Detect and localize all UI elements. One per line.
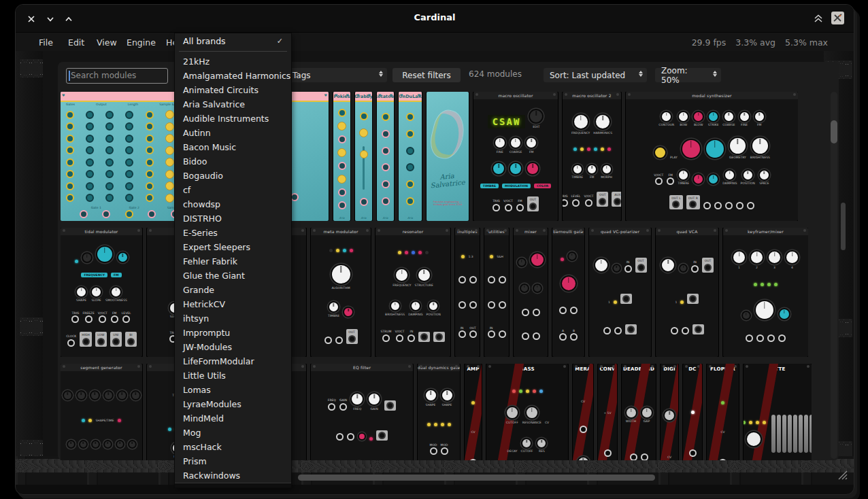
- module-mixer[interactable]: mixer: [514, 228, 548, 357]
- jack: [559, 333, 567, 341]
- control-row: SHAPESLOPESMOOTHNESS: [76, 286, 127, 303]
- knob-label: SLOPE: [91, 298, 101, 302]
- collapse-all-icon[interactable]: [813, 13, 824, 27]
- panel-title-band: ♥Rotatoes♥: [377, 92, 394, 102]
- knob-label: MORPH: [601, 175, 612, 179]
- brand-menu-item-mindmeld[interactable]: MindMeld: [175, 411, 291, 426]
- sort-select[interactable]: Sort: Last updated: [544, 68, 647, 82]
- brand-menu-item-bogaudio[interactable]: Bogaudio: [175, 169, 291, 183]
- knob: [165, 122, 174, 131]
- module-grabby[interactable]: ♥Grabby♥Aria: [355, 92, 372, 221]
- zoom-select[interactable]: Zoom: 50%: [655, 68, 721, 82]
- module-eq-filter[interactable]: EQ filterFREQGAINFREQGAIN: [311, 364, 413, 460]
- module-meta-modulator[interactable]: meta modulatorALGORITHMTIMBREOUT: [311, 228, 371, 357]
- brand-menu-item-lomas[interactable]: Lomas: [175, 383, 291, 397]
- knob: [424, 389, 437, 402]
- browser-scrollbar-thumb[interactable]: [831, 120, 837, 143]
- module-quad-vc-polarizer[interactable]: quad VC-polarizerINOUT1: [589, 228, 651, 357]
- module-modal-synthesizer[interactable]: modal synthesizerCONTOURBOWBLOWSTRIKECOA…: [626, 92, 798, 221]
- knob-group: FINE: [739, 111, 750, 127]
- output-jack-group: [625, 324, 637, 334]
- brand-menu-item-jw-modules[interactable]: JW-Modules: [175, 340, 291, 354]
- brand-menu-item-rackwindows[interactable]: Rackwindows: [175, 468, 291, 483]
- brand-menu-item-prism[interactable]: Prism: [175, 454, 291, 468]
- module-dc[interactable]: DC: [683, 364, 702, 460]
- brand-menu-item-bacon-music[interactable]: Bacon Music: [175, 140, 291, 154]
- module-conv[interactable]: CONV+ 5V: [598, 364, 617, 460]
- reset-filters-button[interactable]: Reset filters: [393, 68, 461, 82]
- horizontal-scrollbar[interactable]: [298, 475, 655, 481]
- brand-menu-item-little-utils[interactable]: Little Utils: [175, 368, 291, 383]
- module-multiples[interactable]: multiples1:3INOUT: [455, 228, 480, 357]
- brand-menu-item-fehler-fabrik[interactable]: Fehler Fabrik: [175, 254, 291, 269]
- brand-menu-item-amalgamated-harmonics[interactable]: Amalgamated Harmonics: [175, 69, 291, 83]
- browser-scrollbar-track[interactable]: [831, 92, 837, 459]
- knob: [146, 182, 154, 190]
- brand-menu-item-ihtsyn[interactable]: ihtsyn: [175, 311, 291, 326]
- module-undular[interactable]: ♥UnDuLaR♥Aria: [399, 92, 422, 221]
- brand-menu-item-expert-sleepers[interactable]: Expert Sleepers: [175, 240, 291, 254]
- brand-menu-item-aria-salvatrice[interactable]: Aria Salvatrice: [175, 97, 291, 111]
- knob-label: RESONANCE: [522, 421, 541, 424]
- brand-menu-item-e-series[interactable]: E-Series: [175, 226, 291, 240]
- tags-select[interactable]: Tags: [286, 68, 387, 82]
- brand-menu-item-bidoo[interactable]: Bidoo: [175, 154, 291, 169]
- module-jette[interactable]: JETTE: [744, 364, 812, 460]
- module-mera[interactable]: MERACV: [573, 364, 593, 460]
- menu-edit[interactable]: Edit: [68, 37, 84, 48]
- brand-menu-item-animated-circuits[interactable]: Animated Circuits: [175, 83, 291, 97]
- module-macro-oscillator[interactable]: macro oscillatorCSAWEDITFINECOARSEFMTIMB…: [473, 92, 558, 221]
- brand-menu-item-hetrickcv[interactable]: HetrickCV: [175, 297, 291, 311]
- led-indicator: [418, 251, 422, 254]
- jack: [529, 203, 537, 210]
- brand-menu-item-21khz[interactable]: 21kHz: [175, 54, 291, 69]
- module-segment-generator[interactable]: segment generatorSHAPE/TIME: [61, 364, 142, 460]
- module-dual-dynamics-gate[interactable]: dual dynamics gateSHAPESHAPEMODMOD: [418, 364, 460, 460]
- jack: [488, 301, 495, 309]
- control-column: [377, 102, 394, 216]
- brand-menu-item-impromptu[interactable]: Impromptu: [175, 326, 291, 340]
- screw: [807, 365, 809, 368]
- module-tidal-modulator[interactable]: tidal modulatorFREQUENCYFMSHAPESLOPESMOO…: [61, 228, 142, 357]
- brand-menu-item-lyraemodules[interactable]: LyraeModules: [175, 397, 291, 411]
- jack-group: [614, 327, 622, 334]
- module-macro-oscillator-2[interactable]: macro oscillator 2FREQUENCYHARMONICSTIMB…: [563, 92, 621, 221]
- module-keyframer-mixer[interactable]: keyframer/mixer1234: [723, 228, 808, 357]
- jack-group: [499, 330, 506, 338]
- module-flopper[interactable]: FLOPPERCV: [707, 364, 739, 460]
- brand-menu-item-glue-the-giant[interactable]: Glue the Giant: [175, 269, 291, 283]
- menu-engine[interactable]: Engine: [127, 37, 156, 48]
- brand-menu-item-mog[interactable]: Mog: [175, 426, 291, 440]
- brand-menu-item-audible-instruments[interactable]: Audible Instruments: [175, 111, 291, 126]
- module-bass[interactable]: BASSCUTOFFRESONANCECVDECAYCUTOFFRESENVMO…: [486, 364, 568, 460]
- knob: [125, 111, 133, 119]
- menu-view[interactable]: View: [97, 37, 117, 48]
- knob-group: [90, 390, 100, 400]
- module-amp[interactable]: AMPCV: [465, 364, 482, 460]
- module-digi[interactable]: DIGICV: [661, 364, 678, 460]
- module-face: AriaSalvatricePrécision engineering — tr…: [427, 92, 469, 221]
- brand-menu-item-grande[interactable]: Grande: [175, 283, 291, 297]
- module-bernoulli-gate[interactable]: bernoulli gateAB: [552, 228, 584, 357]
- knob-group: TIMBRE: [571, 164, 583, 179]
- module-deadband[interactable]: DEADBANDWIDTHGAP: [622, 364, 656, 460]
- brand-menu-item-autinn[interactable]: Autinn: [175, 126, 291, 140]
- brand-menu-item-chowdsp[interactable]: chowdsp: [175, 197, 291, 211]
- led-indicator: [412, 251, 415, 254]
- rack-vertical-scrollbar[interactable]: [841, 203, 846, 250]
- brand-menu-item-mschack[interactable]: mscHack: [175, 440, 291, 454]
- brand-menu-item-lifeformmodular[interactable]: LifeFormModular: [175, 354, 291, 368]
- search-input[interactable]: [71, 69, 163, 81]
- module-panel[interactable]: AriaSalvatricePrécision engineering — tr…: [427, 92, 469, 221]
- brand-menu-item-distrho[interactable]: DISTRHO: [175, 211, 291, 226]
- module-resonator[interactable]: resonatorFREQUENCYSTRUCTUREBRIGHTNESSDAM…: [375, 228, 450, 357]
- jack-label: FM: [112, 311, 116, 315]
- brand-menu-item-cf[interactable]: cf: [175, 183, 291, 197]
- module-quad-vca[interactable]: quad VCAINOUT1: [656, 228, 718, 357]
- resize-handle[interactable]: [835, 467, 848, 481]
- module-rotatoes[interactable]: ♥Rotatoes♥Aria: [377, 92, 394, 221]
- menu-file[interactable]: File: [39, 37, 53, 48]
- module-pokies[interactable]: ♥Pokies♥Aria: [333, 92, 350, 221]
- brand-menu-item-all[interactable]: All brands ✓: [175, 33, 291, 49]
- module-utilities[interactable]: utilitiesS&HIN: [484, 228, 509, 357]
